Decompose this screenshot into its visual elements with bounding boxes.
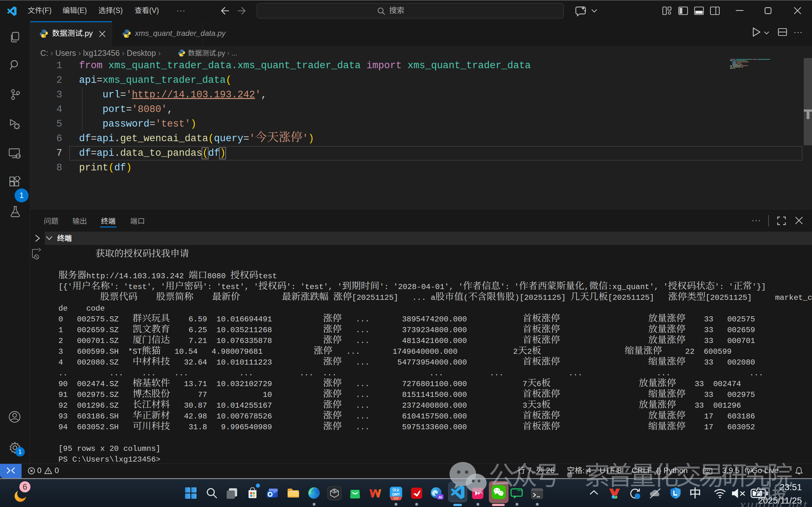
svg-text:国金: 国金 bbox=[392, 487, 400, 492]
svg-text:AI: AI bbox=[439, 495, 442, 499]
svg-text:VIP: VIP bbox=[393, 497, 398, 500]
svg-text:QMT: QMT bbox=[392, 492, 400, 496]
